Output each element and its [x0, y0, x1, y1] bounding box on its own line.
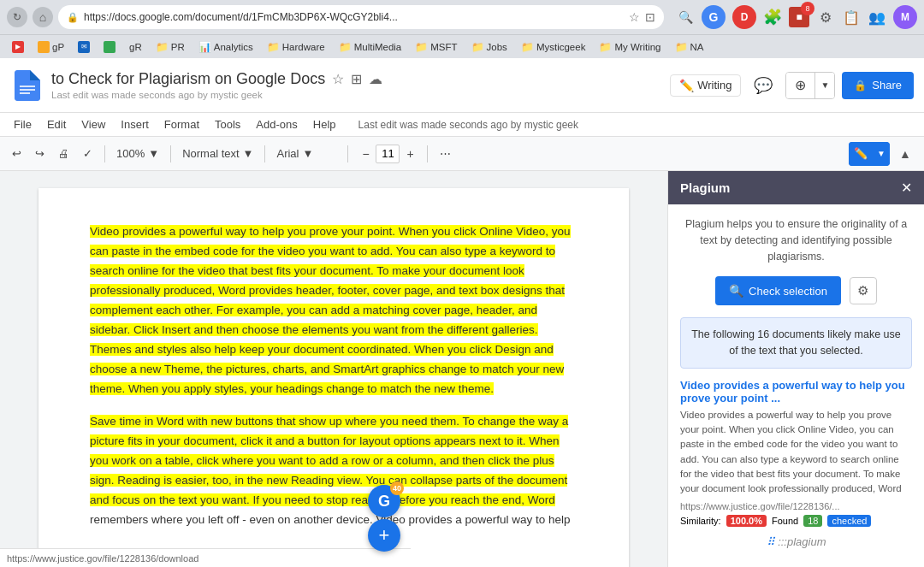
sidebar-close-button[interactable]: ✕ [901, 180, 912, 196]
d-extension-icon[interactable]: D [732, 5, 756, 29]
plagium-dots-icon: ⠿ [767, 535, 775, 548]
document-area[interactable]: Video provides a powerful way to help yo… [0, 171, 667, 567]
bookmark-gp[interactable]: gP [33, 39, 69, 55]
header-right: ✏️ Writing 💬 ⊕ ▼ 🔒 Share [670, 70, 914, 101]
font-size-input[interactable] [376, 145, 400, 163]
pencil-dropdown-btn[interactable]: ▼ [873, 142, 890, 166]
edit-mode-btn[interactable]: ✏️ ▼ [849, 142, 890, 166]
extension-icon-2[interactable]: ⚙ [816, 8, 835, 27]
toolbar-undo-btn[interactable]: ↩ [7, 142, 27, 166]
extension-icon-4[interactable]: 👥 [868, 8, 886, 27]
address-bar[interactable]: 🔒 https://docs.google.com/document/d/1Fm… [58, 5, 664, 29]
paragraph-2: Save time in Word with new buttons that … [90, 412, 578, 530]
share-button[interactable]: 🔒 Share [842, 72, 914, 99]
result-snippet: Video provides a powerful way to help yo… [680, 408, 912, 497]
pencil-btn[interactable]: ✏️ [849, 142, 873, 166]
toolbar: ↩ ↪ 🖨 ✓ 100% ▼ Normal text ▼ Arial ▼ − +… [0, 137, 924, 171]
bookmark-gr[interactable]: gR [124, 40, 147, 54]
share-lock-icon: 🔒 [854, 80, 867, 92]
bookmark-hardware[interactable]: 📁 Hardware [262, 39, 330, 55]
bookmark-mywriting[interactable]: 📁 My Writing [594, 39, 666, 55]
extension-icon-3[interactable]: 📋 [842, 8, 861, 27]
zoom-dropdown[interactable]: 100% ▼ [112, 142, 163, 166]
bookmarks-bar: ▶ gP ✉ gR 📁 PR 📊 Analytics 📁 Hardware 📁 … [0, 34, 924, 58]
menu-help[interactable]: Help [306, 115, 343, 133]
found-label: Found [772, 516, 798, 526]
similarity-label: Similarity: [680, 516, 721, 526]
pr-folder-icon: 📁 [156, 41, 169, 53]
chat-badge-count: 40 [390, 481, 404, 495]
menu-view[interactable]: View [74, 115, 112, 133]
toolbar-spellcheck-btn[interactable]: ✓ [78, 142, 98, 166]
font-dropdown[interactable]: Arial ▼ [272, 142, 341, 166]
add-float-btn[interactable]: + [368, 519, 400, 552]
star-icon[interactable]: ☆ [629, 10, 640, 24]
menu-addons[interactable]: Add-ons [249, 115, 304, 133]
menu-format[interactable]: Format [157, 115, 206, 133]
cloud-icon[interactable]: ☁ [369, 71, 382, 87]
settings-button[interactable]: ⚙ [850, 277, 877, 304]
status-url: https://www.justice.gov/file/1228136/dow… [7, 553, 198, 564]
menu-edit[interactable]: Edit [40, 115, 73, 133]
check-btn-row: 🔍 Check selection ⚙ [680, 276, 912, 305]
sidebar-body[interactable]: Plagium helps you to ensure the original… [668, 204, 924, 567]
font-size-increase-btn[interactable]: + [400, 144, 420, 164]
plagium-logo-text: :::plagium [778, 535, 826, 548]
bookmark-mail[interactable]: ✉ [73, 39, 95, 55]
doc-title[interactable]: to Check for Plagiarism on Google Docs [51, 70, 325, 88]
bookmark-mysticgeek[interactable]: 📁 Mysticgeek [516, 39, 591, 55]
style-value: Normal text [182, 147, 239, 160]
expand-button[interactable]: ⊕ ▼ [785, 72, 835, 99]
google-account-icon[interactable]: G [702, 5, 726, 29]
toolbar-redo-btn[interactable]: ↪ [30, 142, 50, 166]
bookmark-na[interactable]: 📁 NA [670, 39, 709, 55]
expand-arrow-btn[interactable]: ▼ [814, 73, 834, 98]
font-size-control: − + [355, 142, 420, 166]
check-selection-button[interactable]: 🔍 Check selection [715, 276, 841, 305]
result-item: Video provides a powerful way to help yo… [680, 379, 912, 528]
toolbar-divider-1 [104, 145, 105, 162]
bookmark-jobs[interactable]: 📁 Jobs [466, 39, 512, 55]
result-banner: The following 16 documents likely make u… [680, 317, 912, 369]
expand-main-btn[interactable]: ⊕ [786, 73, 814, 98]
collapse-toolbar-btn[interactable]: ▲ [893, 142, 917, 166]
search-icon[interactable]: 🔍 [676, 8, 695, 27]
comments-button[interactable]: 💬 [748, 70, 779, 101]
bookmark-youtube[interactable]: ▶ [7, 39, 29, 55]
menu-insert[interactable]: Insert [114, 115, 156, 133]
cast-icon[interactable]: ⊡ [645, 10, 655, 24]
analytics-icon: 📊 [198, 41, 211, 53]
writing-button[interactable]: ✏️ Writing [670, 74, 741, 97]
extension-icon-1[interactable]: 🧩 [763, 8, 782, 27]
move-icon[interactable]: ⊞ [351, 71, 362, 87]
bookmark-multimedia[interactable]: 📁 MultiMedia [334, 39, 407, 55]
font-arrow-icon: ▼ [302, 147, 313, 160]
mail-icon: ✉ [78, 41, 90, 53]
home-button[interactable]: ⌂ [33, 7, 53, 27]
toolbar-print-btn[interactable]: 🖨 [53, 142, 74, 166]
back-button[interactable]: ↻ [7, 7, 27, 27]
menu-tools[interactable]: Tools [208, 115, 247, 133]
chat-float-btn[interactable]: G 40 [368, 485, 400, 517]
profile-avatar[interactable]: M [893, 5, 917, 29]
last-edit-info: Last edit was made seconds ago by mystic… [51, 90, 663, 100]
bookmark-pr[interactable]: 📁 PR [151, 39, 190, 55]
font-size-decrease-btn[interactable]: − [355, 144, 376, 164]
doc-title-area: to Check for Plagiarism on Google Docs ☆… [51, 70, 663, 100]
result-link[interactable]: Video provides a powerful way to help yo… [680, 379, 912, 405]
style-dropdown[interactable]: Normal text ▼ [178, 142, 258, 166]
browser-toolbar-icons: 🔍 G D 🧩 ■ 8 ⚙ 📋 👥 M [676, 5, 917, 29]
bookmark-analytics[interactable]: 📊 Analytics [193, 39, 258, 55]
star-doc-icon[interactable]: ☆ [332, 71, 344, 87]
bookmark-msft[interactable]: 📁 MSFT [410, 39, 462, 55]
menu-file[interactable]: File [7, 115, 38, 133]
more-options-btn[interactable]: ⋯ [435, 142, 456, 166]
bookmark-g2[interactable] [98, 39, 121, 55]
na-folder-icon: 📁 [675, 41, 688, 53]
mysticgeek-folder-icon: 📁 [521, 41, 534, 53]
highlighted-text-1: Video provides a powerful way to help yo… [90, 225, 571, 395]
docs-logo[interactable] [10, 68, 44, 103]
gp-icon [38, 41, 50, 53]
extension-badge[interactable]: ■ 8 [789, 7, 809, 27]
status-bar: https://www.justice.gov/file/1228136/dow… [0, 548, 411, 567]
